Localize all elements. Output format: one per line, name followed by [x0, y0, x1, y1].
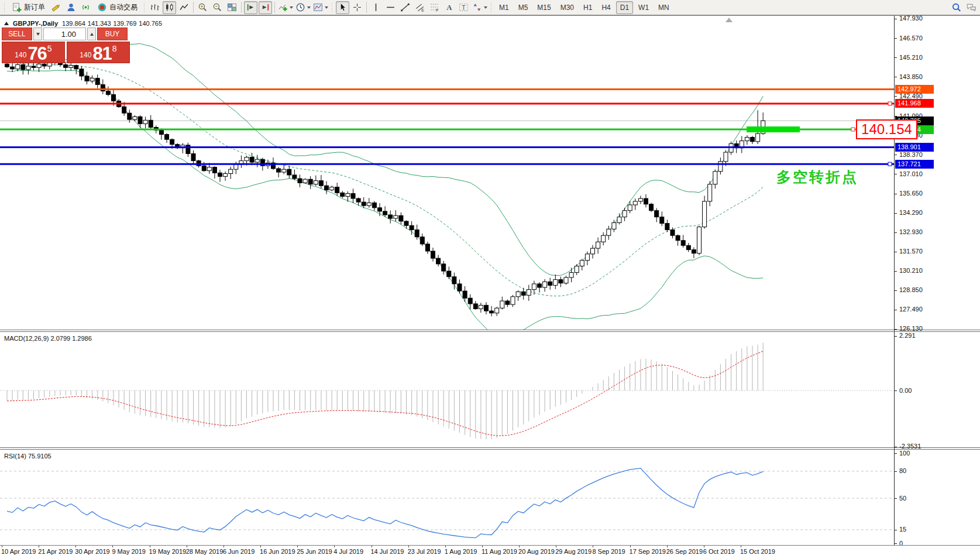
text-button[interactable]: A — [442, 1, 456, 14]
auto-scroll-button[interactable] — [244, 1, 257, 14]
date-label: 21 Apr 2019 — [38, 548, 73, 555]
buy-price-big: 81 — [92, 45, 111, 62]
one-click-trading-panel: SELL 1.00 BUY 140765 140818 — [2, 28, 130, 63]
ohlc-low: 139.769 — [114, 20, 137, 27]
price-tick — [895, 290, 897, 291]
candlestick-chart-button[interactable] — [163, 1, 176, 14]
price-level-tag[interactable]: 137.721 — [895, 160, 934, 169]
price-tick-label: 134.290 — [899, 209, 923, 217]
arrows-icon — [472, 2, 482, 12]
turning-point-annotation[interactable]: 多空转折点 — [776, 167, 858, 187]
chart-shift-marker-icon[interactable] — [725, 18, 733, 22]
horizontal-line-button[interactable] — [384, 1, 397, 14]
svg-text:A: A — [446, 4, 452, 12]
buy-price-main: 140 — [80, 51, 91, 59]
date-label: 10 Apr 2019 — [1, 548, 36, 555]
date-label: 25 Jun 2019 — [297, 548, 332, 555]
timeframe-group: M1M5M15M30H1H4D1W1MN — [494, 1, 674, 14]
date-tick — [150, 546, 150, 547]
rsi-tick — [895, 498, 897, 499]
toolbar-grip[interactable] — [331, 2, 333, 13]
bar-chart-button[interactable] — [148, 1, 161, 14]
date-label: 16 Jun 2019 — [260, 548, 295, 555]
timeframe-h4[interactable]: H4 — [597, 1, 614, 14]
crayon-button[interactable] — [50, 1, 63, 14]
buy-button[interactable]: BUY — [97, 28, 128, 40]
arrows-button[interactable] — [472, 1, 488, 14]
price-level-tag[interactable]: 142.972 — [895, 85, 934, 94]
ohlc-high: 141.343 — [88, 20, 111, 27]
rsi-canvas[interactable] — [0, 450, 894, 545]
text-label-button[interactable]: T — [457, 1, 470, 14]
rsi-tick — [895, 543, 897, 544]
timeframe-m1[interactable]: M1 — [495, 1, 513, 14]
date-label: 14 Jul 2019 — [371, 548, 404, 555]
equidistant-channel-button[interactable]: E — [413, 1, 427, 14]
price-level-tag[interactable]: 138.901 — [895, 143, 934, 152]
broadcast-button[interactable] — [79, 1, 92, 14]
toolbar-grip[interactable] — [490, 2, 493, 13]
price-tick — [895, 232, 897, 233]
timeframe-w1[interactable]: W1 — [634, 1, 653, 14]
sell-button[interactable]: SELL — [2, 28, 32, 40]
toolbar-grip[interactable] — [143, 2, 146, 13]
rsi-tick — [895, 530, 897, 530]
price-level-tag[interactable]: 141.968 — [895, 99, 934, 108]
buy-price-display[interactable]: 140818 — [67, 42, 130, 63]
sell-price-big: 76 — [27, 45, 46, 62]
volume-decrease-button[interactable] — [33, 28, 42, 40]
zoom-in-button[interactable] — [196, 1, 209, 14]
price-tick — [895, 19, 897, 19]
rsi-label: RSI(14) 75.9105 — [4, 453, 51, 460]
timeframe-m5[interactable]: M5 — [514, 1, 532, 14]
horizontal-line-icon — [386, 2, 396, 12]
timeframe-m15[interactable]: M15 — [533, 1, 555, 14]
price-tick-label: 132.930 — [899, 228, 923, 236]
sell-price-main: 140 — [15, 51, 26, 59]
timeframe-m30[interactable]: M30 — [556, 1, 578, 14]
chart-title: GBPJPY-,Daily — [13, 20, 58, 27]
chat-button[interactable] — [964, 1, 978, 14]
text-label-icon: T — [459, 2, 469, 12]
auto-trading-button[interactable]: 自动交易 — [94, 1, 141, 14]
price-axis-line — [894, 16, 895, 545]
date-label: 28 May 2019 — [186, 548, 223, 555]
date-tick — [223, 546, 224, 547]
timeframe-mn[interactable]: MN — [654, 1, 673, 14]
new-order-button[interactable]: 新订单 — [8, 1, 49, 14]
ohlc-close: 140.765 — [139, 20, 162, 27]
profile-button[interactable] — [64, 1, 78, 14]
volume-increase-button[interactable] — [87, 28, 96, 40]
templates-button[interactable] — [312, 1, 329, 14]
line-chart-button[interactable] — [177, 1, 191, 14]
search-button[interactable] — [950, 1, 963, 14]
sell-price-display[interactable]: 140765 — [2, 42, 65, 63]
macd-tick — [895, 447, 897, 447]
fibonacci-button[interactable]: F — [428, 1, 441, 14]
price-callout-140154[interactable]: 140.154 — [856, 119, 917, 139]
crosshair-button[interactable] — [350, 1, 364, 14]
price-chart-canvas[interactable] — [0, 16, 894, 330]
date-label: 15 Oct 2019 — [740, 548, 775, 555]
date-tick — [704, 546, 704, 547]
timeframe-h1[interactable]: H1 — [579, 1, 596, 14]
vertical-line-button[interactable] — [369, 1, 383, 14]
price-tick — [895, 252, 897, 252]
chart-shift-button[interactable] — [259, 1, 272, 14]
symbol-triangle-icon[interactable] — [4, 22, 9, 25]
trendline-button[interactable] — [398, 1, 412, 14]
periods-button[interactable] — [295, 1, 311, 14]
date-axis[interactable]: 10 Apr 201921 Apr 201930 Apr 20199 May 2… — [0, 545, 980, 555]
indicators-button[interactable] — [277, 1, 294, 14]
toolbar-separator — [193, 2, 194, 13]
price-tick-label: 130.210 — [899, 267, 923, 275]
toolbar-separator — [241, 2, 242, 13]
zoom-out-button[interactable] — [211, 1, 224, 14]
macd-canvas[interactable] — [0, 332, 894, 447]
tile-windows-button[interactable] — [225, 1, 239, 14]
toolbar-grip[interactable] — [4, 2, 6, 13]
price-tick — [895, 213, 897, 214]
volume-input[interactable]: 1.00 — [43, 28, 86, 40]
timeframe-d1[interactable]: D1 — [616, 1, 633, 14]
cursor-button[interactable] — [336, 1, 349, 14]
